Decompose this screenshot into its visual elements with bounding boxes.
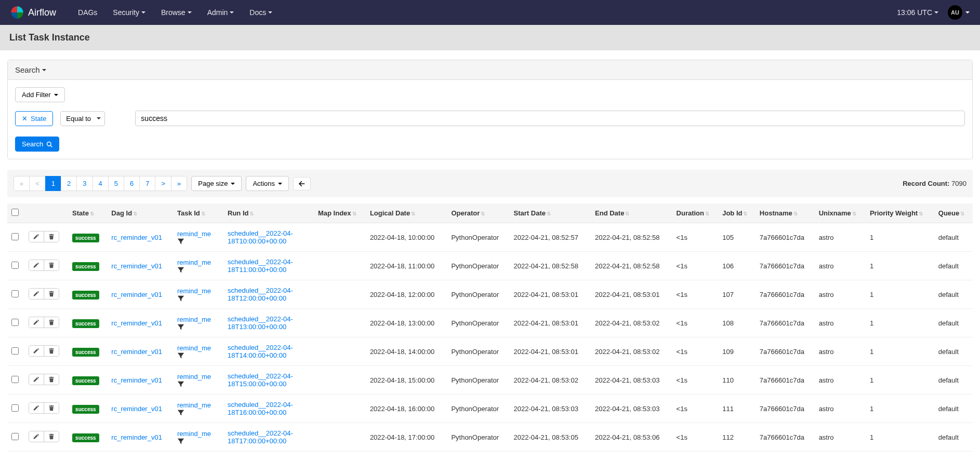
search-panel-toggle[interactable]: Search (8, 60, 972, 80)
filter-icon[interactable] (177, 266, 219, 274)
row-checkbox[interactable] (11, 233, 19, 240)
nav-item-docs[interactable]: Docs (243, 1, 279, 24)
page-7[interactable]: 7 (139, 176, 155, 191)
nav-item-browse[interactable]: Browse (155, 1, 198, 24)
col-job-id[interactable]: Job Id⇅ (718, 203, 756, 223)
dag-id-link[interactable]: rc_reminder_v01 (111, 262, 162, 270)
delete-button[interactable] (44, 346, 59, 356)
delete-button[interactable] (44, 317, 59, 328)
page-4[interactable]: 4 (92, 176, 109, 191)
row-checkbox[interactable] (11, 319, 19, 326)
delete-button[interactable] (44, 403, 59, 413)
edit-button[interactable] (29, 317, 44, 328)
filter-chip-state[interactable]: ✕ State (15, 111, 53, 126)
delete-button[interactable] (44, 289, 59, 299)
dag-id-link[interactable]: rc_reminder_v01 (111, 433, 162, 441)
col-task-id[interactable]: Task Id⇅ (173, 203, 223, 223)
reset-button[interactable] (293, 177, 311, 191)
task-id-link[interactable]: remind_me (177, 287, 211, 295)
filter-icon[interactable] (177, 295, 219, 302)
edit-button[interactable] (29, 374, 44, 385)
delete-button[interactable] (44, 374, 59, 385)
page-next[interactable]: > (155, 176, 171, 191)
nav-item-dags[interactable]: DAGs (72, 1, 103, 24)
edit-button[interactable] (29, 431, 44, 442)
col-queue[interactable]: Queue⇅ (934, 203, 973, 223)
delete-button[interactable] (44, 232, 59, 242)
col-unixname[interactable]: Unixname⇅ (815, 203, 866, 223)
user-menu[interactable]: AU (948, 5, 970, 20)
filter-operator-select[interactable]: Equal to (60, 111, 105, 126)
filter-icon[interactable] (177, 238, 219, 245)
task-id-link[interactable]: remind_me (177, 401, 211, 409)
dag-id-link[interactable]: rc_reminder_v01 (111, 291, 162, 298)
page-6[interactable]: 6 (124, 176, 140, 191)
col-run-id[interactable]: Run Id⇅ (223, 203, 314, 223)
row-checkbox[interactable] (11, 290, 19, 297)
dag-id-link[interactable]: rc_reminder_v01 (111, 348, 162, 356)
run-id-link[interactable]: scheduled__2022-04-18T17:00:00+00:00 (228, 429, 300, 445)
delete-button[interactable] (44, 431, 59, 442)
page-last[interactable]: » (171, 176, 187, 191)
row-checkbox[interactable] (11, 376, 19, 383)
dag-id-link[interactable]: rc_reminder_v01 (111, 376, 162, 384)
task-id-link[interactable]: remind_me (177, 230, 211, 238)
col-dag-id[interactable]: Dag Id⇅ (107, 203, 173, 223)
page-first: « (14, 176, 30, 191)
run-id-link[interactable]: scheduled__2022-04-18T14:00:00+00:00 (228, 344, 300, 359)
page-2[interactable]: 2 (61, 176, 77, 191)
col-state[interactable]: State⇅ (68, 203, 107, 223)
page-5[interactable]: 5 (108, 176, 124, 191)
run-id-link[interactable]: scheduled__2022-04-18T12:00:00+00:00 (228, 287, 300, 302)
filter-icon[interactable] (177, 438, 219, 445)
delete-button[interactable] (44, 260, 59, 270)
select-all-checkbox[interactable] (11, 209, 19, 216)
run-id-link[interactable]: scheduled__2022-04-18T15:00:00+00:00 (228, 372, 300, 388)
brand[interactable]: Airflow (10, 6, 56, 19)
col-logical-date[interactable]: Logical Date⇅ (366, 203, 447, 223)
col-hostname[interactable]: Hostname⇅ (756, 203, 815, 223)
row-checkbox[interactable] (11, 404, 19, 412)
start-date-cell: 2022-04-21, 08:53:02 (510, 366, 591, 395)
dag-id-link[interactable]: rc_reminder_v01 (111, 234, 162, 241)
filter-icon[interactable] (177, 409, 219, 416)
add-filter-button[interactable]: Add Filter (15, 87, 65, 102)
search-button[interactable]: Search (15, 137, 59, 152)
task-id-link[interactable]: remind_me (177, 373, 211, 380)
task-id-link[interactable]: remind_me (177, 316, 211, 323)
edit-button[interactable] (29, 260, 44, 270)
actions-dropdown[interactable]: Actions (246, 176, 289, 191)
edit-button[interactable] (29, 403, 44, 413)
row-checkbox[interactable] (11, 433, 19, 440)
edit-button[interactable] (29, 289, 44, 299)
run-id-link[interactable]: scheduled__2022-04-18T10:00:00+00:00 (228, 229, 300, 245)
task-id-link[interactable]: remind_me (177, 430, 211, 438)
edit-button[interactable] (29, 232, 44, 242)
filter-value-input[interactable] (135, 111, 965, 126)
dag-id-link[interactable]: rc_reminder_v01 (111, 319, 162, 327)
page-size-dropdown[interactable]: Page size (191, 176, 242, 191)
nav-item-admin[interactable]: Admin (201, 1, 241, 24)
page-1[interactable]: 1 (45, 176, 61, 191)
col-start-date[interactable]: Start Date⇅ (510, 203, 591, 223)
row-checkbox[interactable] (11, 262, 19, 269)
filter-icon[interactable] (177, 352, 219, 359)
col-map-index[interactable]: Map Index⇅ (314, 203, 366, 223)
run-id-link[interactable]: scheduled__2022-04-18T11:00:00+00:00 (228, 258, 300, 274)
page-3[interactable]: 3 (76, 176, 92, 191)
row-checkbox[interactable] (11, 347, 19, 355)
col-priority-weight[interactable]: Priority Weight⇅ (866, 203, 934, 223)
filter-icon[interactable] (177, 380, 219, 388)
run-id-link[interactable]: scheduled__2022-04-18T13:00:00+00:00 (228, 315, 300, 331)
col-end-date[interactable]: End Date⇅ (591, 203, 672, 223)
task-id-link[interactable]: remind_me (177, 344, 211, 352)
clock[interactable]: 13:06 UTC (897, 8, 938, 17)
task-id-link[interactable]: remind_me (177, 259, 211, 266)
dag-id-link[interactable]: rc_reminder_v01 (111, 405, 162, 413)
col-duration[interactable]: Duration⇅ (672, 203, 719, 223)
col-operator[interactable]: Operator⇅ (447, 203, 509, 223)
filter-icon[interactable] (177, 323, 219, 331)
edit-button[interactable] (29, 346, 44, 356)
nav-item-security[interactable]: Security (107, 1, 152, 24)
run-id-link[interactable]: scheduled__2022-04-18T16:00:00+00:00 (228, 401, 300, 416)
